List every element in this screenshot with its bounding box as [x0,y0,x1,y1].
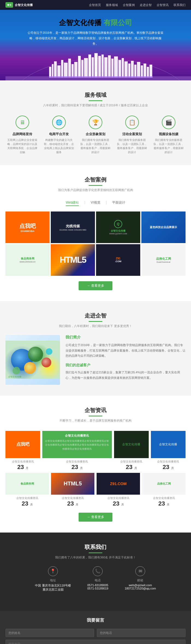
news-date-6: 23 月 [97,500,140,507]
news-img-7: 品推化工网 [142,473,186,495]
nav-contact[interactable]: 联系我们 [174,3,186,7]
cases-more-button[interactable]: → 查看更多 [79,281,112,290]
form-section: 我要留言 确定提交留言 [0,611,191,644]
form-row-1 [5,629,186,637]
navbar: 企智文化传播 企智首页 服务领域 企智案例 走进企智 企智资讯 联系我们 [0,0,191,10]
hero-title: 企智文化传播 有限公司 [5,18,186,28]
filter-vi[interactable]: VI视觉 [91,200,100,206]
news-item-7[interactable]: 品推化工网 企智文化传播资讯 23 月 [142,473,186,507]
news-item-6[interactable]: Z91.COM 企智文化传播资讯 23 月 [97,473,140,507]
services-section: 服务领域 八年积累时，我们期待迎来下更理解传授 / 成立于2016年 / 服务过… [0,80,191,165]
svg-rect-9 [74,62,77,78]
svg-rect-29 [141,65,143,78]
service-icon-4: 🎬 [162,116,175,129]
address-value: 中国 重庆市渝北区118号楼 重庆北部工业园 [35,583,71,592]
news-title: 企智资讯 [5,407,186,414]
logo-icon [5,2,13,8]
hero-subtitle: 公司创立于2016年，是一家致力于品牌网络数字营销品牌服务的互联网推广机构。掌控… [27,30,164,46]
news-date-0: 23 月 [5,464,40,471]
case-item-2[interactable]: Q 企智文化传播 WWW.QIZIWIT.COM [96,211,140,243]
about-content: 企智文化传播 我们简介 公司成立于2016年，是一家致力于品牌网络数字营销品牌服… [5,335,186,385]
case-item-6[interactable]: Z91 .COM [96,244,140,276]
cases-filter: Web建站 | VI视觉 | 平面设计 [5,200,186,206]
service-item-4: 🎬 视频设备拍摄 我们拥有专业的服务团队，以及一流团队工具，最终服务客户，用最新… [154,116,184,154]
svg-rect-21 [114,56,118,78]
name-input[interactable] [5,629,94,637]
message-textarea[interactable] [5,640,186,644]
about-image: 企智文化传播 [5,335,60,385]
case-item-4[interactable]: 食品商务网 www.21food.cn [5,244,50,276]
case-item-5[interactable]: HTML5 [51,244,95,276]
service-desc-4: 我们拥有专业的服务团队，以及一流团队工具，最终服务客户，用最新鲜的设计 [154,138,184,154]
news-row-2: 食品商务网 企智文化传播资讯 23 月 HTML5 企智文化传播资讯 23 月 … [5,473,186,507]
svg-rect-12 [84,58,88,78]
news-item-0[interactable]: 点我吧 企智文化传播资讯 23 月 [5,431,40,471]
service-item-2: 🏆 企业形象策划 我们拥有专业的服务团队，以及一流团队工具，最终服务客户，用最新… [80,116,111,154]
news-date-3: 23 月 [151,464,186,471]
service-name-2: 企业形象策划 [80,132,111,137]
news-img-4: 食品商务网 [5,473,49,495]
news-date-4: 23 月 [5,500,49,507]
nav-about[interactable]: 走进企智 [140,3,152,7]
logo: 企智文化传播 [5,2,33,8]
case-label-3: 蓝色科技企业品牌展示 [148,224,178,231]
news-subtitle: 不断学习，不断成长，基于品牌互联网服务的推广机构 [5,419,186,423]
form-title: 我要留言 [5,618,186,623]
nav-news[interactable]: 企智资讯 [157,3,169,7]
service-name-1: 电商平台开发 [44,132,74,137]
contact-title: 联系我们 [5,543,186,551]
email-icon: ✉ [135,566,145,576]
news-section: 企智资讯 不断学习，不断成长，基于品牌互联网服务的推广机构 点我吧 企智文化传播… [0,396,191,533]
svg-rect-27 [134,65,136,78]
news-source-4: 企智文化传播资讯 [5,496,49,500]
contact-subtitle: 我们拥有了八年的积累，我们拥有360名 并不满足于此标准！ [5,555,186,560]
phone-input[interactable] [97,629,186,637]
hero-city-illustration [5,50,186,80]
news-item-3[interactable]: 企智文化传播 企智文化传播资讯 23 月 [151,431,186,471]
service-desc-2: 我们拥有专业的服务团队，以及一流团队工具，最终服务客户，用最新鲜的设计 [80,138,111,154]
filter-web[interactable]: Web建站 [66,200,79,206]
service-item-0: 🖥 品牌网络宣传 互联网上品牌企业全套策略，品牌对策的设计以及关联网络系统，企业… [7,116,37,154]
svg-point-40 [46,348,52,355]
news-date-7: 23 月 [142,500,186,507]
news-img-1: 企智文化传播资讯 企智文化传播资讯企智文化传播资讯企智文化传播资讯企智文化传播资… [42,431,112,458]
contact-section: 联系我们 我们拥有了八年的积累，我们拥有360名 并不满足于此标准！ 📍 地址 … [0,533,191,611]
news-item-2[interactable]: 企智文化传播 企智文化传播资讯 23 月 [114,431,149,471]
case-item-3[interactable]: 蓝色科技企业品牌展示 [141,211,186,243]
svg-point-39 [13,367,20,374]
phone-icon: 📞 [93,566,103,576]
case-label-6: Z91 .COM [115,257,121,263]
about-clients-title: 我们的忠诚客户 [65,363,186,368]
phone-value: 0571-83189005 0571-53189019 [87,583,108,590]
case-label-7: 品推化工网 GuaChemical [156,257,171,263]
svg-rect-6 [64,63,68,78]
about-section: 走进企智 我们期待，八年积累时，我们期待迎来下 更多更优秀！ [0,301,191,396]
case-item-7[interactable]: 品推化工网 GuaChemical [141,244,186,276]
service-name-4: 视频设备拍摄 [154,132,184,137]
services-subtitle: 八年积累时，我们期待迎来下更理解传授 / 成立于2016年 / 服务过百家以上企… [5,103,186,107]
case-label-4: 食品商务网 www.21food.cn [20,257,35,263]
service-icon-1: 🌐 [52,116,66,129]
nav-cases[interactable]: 企智案例 [123,3,135,7]
case-item-0[interactable]: 点我吧 DIANWOBA [5,211,50,243]
nav-home[interactable]: 企智首页 [89,3,101,7]
news-source-0: 企智文化传播资讯 [5,460,40,464]
news-source-1: 企智文化传播资讯 [42,460,112,464]
filter-design[interactable]: 平面设计 [112,200,125,206]
svg-rect-31 [147,67,149,78]
case-item-1[interactable]: 光线传媒 GUANG XIAN CHUAN MEI [51,211,95,243]
news-item-1[interactable]: 企智文化传播资讯 企智文化传播资讯企智文化传播资讯企智文化传播资讯企智文化传播资… [42,431,112,471]
svg-rect-23 [122,58,124,78]
news-item-5[interactable]: HTML5 企智文化传播资讯 23 月 [51,473,94,507]
news-item-4[interactable]: 食品商务网 企智文化传播资讯 23 月 [5,473,49,507]
news-source-7: 企智文化传播资讯 [142,496,186,500]
contact-address: 📍 地址 中国 重庆市渝北区118号楼 重庆北部工业园 [35,566,71,592]
nav-services[interactable]: 服务领域 [106,3,118,7]
news-source-5: 企智文化传播资讯 [51,496,94,500]
svg-rect-11 [81,60,83,78]
service-name-3: 活动全案策划 [117,132,147,137]
news-more-button[interactable]: → 查看更多 [79,513,112,522]
hero-section: 企智文化传播 有限公司 公司创立于2016年，是一家致力于品牌网络数字营销品牌服… [0,10,191,80]
news-date-5: 23 月 [51,500,94,507]
svg-point-38 [41,358,51,367]
